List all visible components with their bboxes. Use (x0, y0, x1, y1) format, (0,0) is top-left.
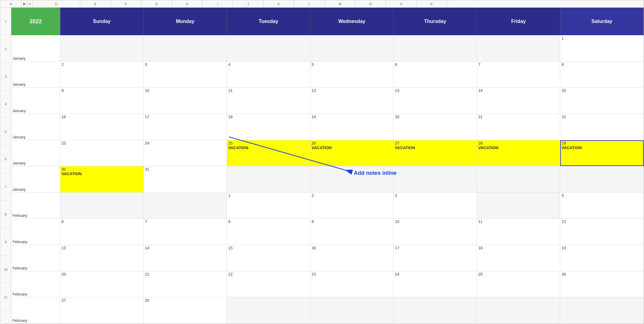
row-num-9: 9 (0, 228, 11, 256)
day-cell-feb-2[interactable]: 2 (310, 193, 394, 219)
row-num-1: 1 (0, 8, 11, 35)
day-cell-feb-3[interactable]: 3 (394, 193, 477, 219)
day-cell-empty[interactable] (560, 166, 644, 192)
friday-header: Friday (477, 8, 561, 35)
day-cell-feb-9[interactable]: 9 (310, 219, 394, 245)
day-cell-feb-21[interactable]: 21 (144, 271, 227, 297)
day-cell-feb-15[interactable]: 15 (227, 245, 310, 271)
day-cell-empty[interactable] (144, 35, 227, 61)
day-cell-empty[interactable] (310, 297, 394, 323)
day-cell-feb-10[interactable]: 10 (394, 219, 477, 245)
day-cell-jan-3[interactable]: 3 (144, 62, 227, 88)
month-label-jan5: January (11, 140, 60, 166)
row-num-3: 3 (0, 63, 11, 90)
day-cell-jan-27[interactable]: 27 VACATION (394, 140, 477, 166)
cal-row-jan-w2: January 2 3 4 5 6 7 8 (11, 62, 644, 88)
day-cell-empty[interactable] (477, 193, 561, 219)
day-cell-feb-13[interactable]: 13 (60, 245, 144, 271)
day-cell-empty[interactable] (394, 166, 477, 192)
day-cell-feb-11[interactable]: 11 (477, 219, 561, 245)
day-cell-empty[interactable] (477, 35, 561, 61)
day-cell-jan-15[interactable]: 15 (560, 88, 644, 114)
day-cell-feb-23[interactable]: 23 (310, 271, 394, 297)
day-cell-empty[interactable] (227, 35, 310, 61)
day-cell-feb-7[interactable]: 7 (144, 219, 227, 245)
day-cell-feb-5[interactable]: 5 (560, 193, 644, 219)
day-cell-jan-6[interactable]: 6 (394, 62, 477, 88)
day-cell-jan-24[interactable]: 24 (144, 140, 227, 166)
month-label-feb3: February (11, 245, 60, 271)
col-I: I (202, 0, 233, 7)
day-cell-feb-25[interactable]: 25 (477, 271, 561, 297)
day-cell-jan-31[interactable]: 31 (144, 166, 227, 192)
saturday-header: Saturday (560, 8, 644, 35)
day-cell-feb-24[interactable]: 24 (394, 271, 477, 297)
day-cell-feb-18[interactable]: 18 (477, 245, 561, 271)
col-M: M (325, 0, 355, 7)
day-cell-feb-12[interactable]: 12 (560, 219, 644, 245)
day-cell-jan-10[interactable]: 10 (144, 88, 227, 114)
day-cell-jan-14[interactable]: 14 (477, 88, 561, 114)
day-cell-empty[interactable] (394, 35, 477, 61)
day-cell-feb-16[interactable]: 16 (310, 245, 394, 271)
day-cell-feb-6[interactable]: 6 (60, 219, 144, 245)
month-label-jan2: January (11, 62, 60, 88)
day-cell-empty[interactable] (60, 193, 144, 219)
calendar-grid: 2022 Sunday Monday Tuesday Wednesday Thu… (11, 8, 644, 324)
cal-row-feb-w1: February 1 2 3 5 (11, 193, 644, 219)
day-cell-jan-16[interactable]: 16 (60, 114, 144, 140)
col-O: O (386, 0, 416, 7)
day-cell-empty[interactable] (477, 166, 561, 192)
day-cell-jan-23[interactable]: 23 (60, 140, 144, 166)
month-label-feb1: February (11, 193, 60, 219)
day-cell-jan-4[interactable]: 4 (227, 62, 310, 88)
day-cell-jan-19[interactable]: 19 (310, 114, 394, 140)
day-cell-jan-5[interactable]: 5 (310, 62, 394, 88)
day-cell-empty[interactable] (477, 297, 561, 323)
day-cell-feb-19[interactable]: 19 (560, 245, 644, 271)
col-N: N (355, 0, 386, 7)
day-cell-empty[interactable] (560, 297, 644, 323)
column-headers: A ▶ C D E F G H I J K L M N O P (0, 0, 644, 8)
day-cell-feb-20[interactable]: 20 (60, 271, 144, 297)
day-cell-empty[interactable] (227, 297, 310, 323)
day-cell-empty[interactable] (60, 35, 144, 61)
day-cell-jan-11[interactable]: 11 (227, 88, 310, 114)
day-cell-jan-12[interactable]: 12 (310, 88, 394, 114)
day-cell-jan-25[interactable]: 25 VACATION (227, 140, 310, 166)
day-cell-empty[interactable] (144, 193, 227, 219)
day-cell-jan-13[interactable]: 13 (394, 88, 477, 114)
day-cell-jan-26[interactable]: 26 VACATION (310, 140, 394, 166)
day-cell-feb-28[interactable]: 28 (144, 297, 227, 323)
day-cell-jan-1[interactable]: 1 (560, 35, 644, 61)
day-cell-feb-17[interactable]: 17 (394, 245, 477, 271)
day-cell-jan-2[interactable]: 2 (60, 62, 144, 88)
day-cell-jan-9[interactable]: 9 (60, 88, 144, 114)
day-cell-jan-21[interactable]: 21 (477, 114, 561, 140)
day-cell-jan-8[interactable]: 8 (560, 62, 644, 88)
row-num-11: 11 (0, 283, 11, 311)
day-cell-feb-8[interactable]: 8 (227, 219, 310, 245)
day-cell-jan-17[interactable]: 17 (144, 114, 227, 140)
day-cell-feb-22[interactable]: 22 (227, 271, 310, 297)
month-label-jan6: January (11, 166, 60, 192)
col-H: H (172, 0, 202, 7)
day-cell-feb-26[interactable]: 26 (560, 271, 644, 297)
row-num-6: 6 (0, 145, 11, 173)
day-cell-empty[interactable] (394, 297, 477, 323)
day-cell-jan-18[interactable]: 18 (227, 114, 310, 140)
day-cell-feb-1[interactable]: 1 (227, 193, 310, 219)
day-cell-jan-7[interactable]: 7 (477, 62, 561, 88)
day-cell-jan-22[interactable]: 22 (560, 114, 644, 140)
cal-row-jan-w6: January 30 VACATION 31 (11, 166, 644, 193)
day-cell-feb-14[interactable]: 14 (144, 245, 227, 271)
day-cell-jan-28[interactable]: 28 VACATION (477, 140, 561, 166)
day-cell-jan-20[interactable]: 20 (394, 114, 477, 140)
row-num-7: 7 (0, 173, 11, 201)
day-cell-empty[interactable] (310, 35, 394, 61)
day-cell-jan-30[interactable]: 30 VACATION (60, 166, 144, 192)
day-cell-feb-27[interactable]: 27 (60, 297, 144, 323)
day-cell-empty[interactable] (227, 166, 310, 192)
month-label-jan4: January (11, 114, 60, 140)
day-cell-jan-29[interactable]: 29 VACATION (560, 140, 644, 166)
